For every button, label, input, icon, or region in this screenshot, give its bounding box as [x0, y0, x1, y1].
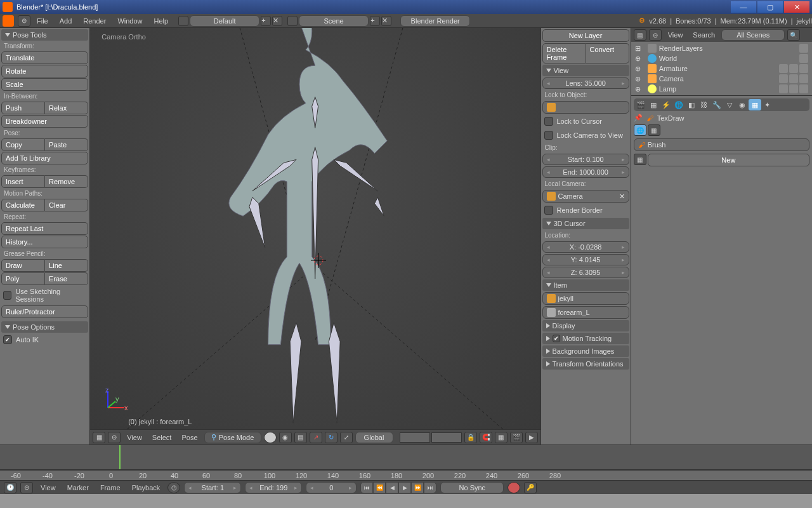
- tl-playback-menu[interactable]: Playback: [128, 483, 164, 493]
- auto-ik-checkbox[interactable]: ✔Auto IK: [1, 333, 88, 346]
- render-icon[interactable]: [799, 84, 808, 93]
- tl-marker-menu[interactable]: Marker: [63, 483, 93, 493]
- poly-button[interactable]: Poly: [1, 272, 45, 285]
- tab-material-icon[interactable]: ◉: [736, 99, 749, 110]
- tl-view-menu[interactable]: View: [37, 483, 60, 493]
- tree-armature[interactable]: ⊕Armature: [632, 64, 811, 74]
- history-button[interactable]: History...: [1, 236, 88, 248]
- tab-object-icon[interactable]: ◧: [685, 99, 698, 110]
- play-reverse-icon[interactable]: ◀: [386, 482, 398, 493]
- lock-icon[interactable]: 🔒: [464, 432, 477, 443]
- erase-button[interactable]: Erase: [45, 272, 88, 285]
- swatch-icon[interactable]: [799, 54, 808, 63]
- vp-menu-select[interactable]: Select: [148, 432, 176, 443]
- clip-end-field[interactable]: ◂End: 1000.000▸: [542, 166, 629, 178]
- render-preview-icon[interactable]: 🎬: [510, 432, 523, 443]
- render-icon[interactable]: [799, 74, 808, 83]
- frame-end-field[interactable]: ◂End: 199▸: [245, 482, 302, 493]
- editor-type-icon[interactable]: ▦: [93, 432, 105, 443]
- display-panel-header[interactable]: Display: [542, 320, 629, 331]
- bg-images-header[interactable]: Background Images: [542, 345, 629, 357]
- viewport-canvas[interactable]: Camera Ortho: [90, 28, 540, 429]
- breakdowner-button[interactable]: Breakdowner: [1, 115, 88, 128]
- window-maximize-button[interactable]: ▢: [757, 1, 783, 13]
- playhead-icon[interactable]: [119, 445, 121, 469]
- timeline-ruler[interactable]: -60-40-200204060801001201401601802002202…: [0, 470, 812, 480]
- eye-icon[interactable]: [779, 74, 788, 83]
- outliner-tree[interactable]: ⊞RenderLayers ⊕World ⊕Armature ⊕Camera ⊕…: [631, 42, 812, 95]
- editor-type-icon[interactable]: ▤: [634, 29, 646, 41]
- render-anim-icon[interactable]: ▶: [525, 432, 538, 443]
- orientation-dropdown[interactable]: Global: [355, 432, 393, 443]
- scale-button[interactable]: Scale: [1, 78, 88, 91]
- menu-help[interactable]: Help: [149, 16, 174, 26]
- outliner-mode-dropdown[interactable]: All Scenes: [721, 29, 785, 41]
- scene-dropdown[interactable]: Scene: [299, 15, 369, 27]
- tab-render-icon[interactable]: 🎬: [634, 99, 647, 110]
- item-panel-header[interactable]: Item: [542, 279, 629, 291]
- manipulator-translate-icon[interactable]: ↗: [310, 432, 322, 443]
- checkbox-icon[interactable]: ✔: [553, 335, 560, 342]
- tab-data-icon[interactable]: ▽: [723, 99, 736, 110]
- new-texture-button[interactable]: New: [648, 154, 809, 166]
- render-border-checkbox[interactable]: Render Border: [542, 204, 629, 217]
- snap-icon[interactable]: 🧲: [480, 432, 492, 443]
- frame-current-field[interactable]: ◂0▸: [306, 482, 357, 493]
- scene-del-icon[interactable]: ✕: [381, 16, 391, 26]
- tab-particles-icon[interactable]: ✦: [761, 99, 774, 110]
- tree-world[interactable]: ⊕World: [632, 53, 811, 64]
- menu-file[interactable]: File: [32, 16, 53, 26]
- eye-icon[interactable]: [779, 64, 788, 73]
- layout-add-icon[interactable]: +: [261, 16, 271, 26]
- mode-dropdown[interactable]: ⚲Pose Mode: [204, 432, 261, 443]
- collapse-icon[interactable]: ⊝: [20, 482, 33, 493]
- paste-button[interactable]: Paste: [45, 138, 88, 151]
- layout-dropdown[interactable]: Default: [190, 15, 259, 27]
- draw-button[interactable]: Draw: [1, 259, 45, 272]
- pose-tools-header[interactable]: Pose Tools: [1, 29, 88, 41]
- tree-lamp[interactable]: ⊕Lamp: [632, 84, 811, 94]
- tab-world-icon[interactable]: 🌐: [672, 99, 685, 110]
- checker-icon[interactable]: ▦: [634, 154, 646, 165]
- tree-camera[interactable]: ⊕Camera: [632, 74, 811, 84]
- outliner-view-menu[interactable]: View: [664, 30, 687, 40]
- clear-button[interactable]: Clear: [45, 199, 88, 211]
- tree-renderlayers[interactable]: ⊞RenderLayers: [632, 43, 811, 53]
- scene-selector-icon[interactable]: [287, 16, 298, 26]
- tab-modifier-icon[interactable]: 🔧: [710, 99, 723, 110]
- layout-selector-icon[interactable]: [178, 16, 188, 26]
- lock-camera-checkbox[interactable]: Lock Camera to View: [542, 129, 629, 142]
- clip-start-field[interactable]: ◂Start: 0.100▸: [542, 154, 629, 165]
- auto-keyframe-icon[interactable]: [508, 482, 520, 493]
- window-close-button[interactable]: ✕: [784, 1, 809, 13]
- motion-tracking-header[interactable]: ✔Motion Tracking: [542, 333, 629, 344]
- lock-object-field[interactable]: [542, 101, 629, 114]
- pin-icon[interactable]: 📌: [634, 114, 643, 122]
- render-engine-dropdown[interactable]: Blender Render: [400, 15, 470, 27]
- window-minimize-button[interactable]: —: [731, 1, 756, 13]
- cursor-icon[interactable]: [789, 74, 798, 83]
- jump-start-icon[interactable]: ⏮: [360, 482, 373, 493]
- translate-button[interactable]: Translate: [1, 51, 88, 64]
- insert-button[interactable]: Insert: [1, 175, 45, 188]
- splash-close-icon[interactable]: ⊝: [18, 15, 30, 27]
- timeline-track[interactable]: [0, 445, 812, 470]
- manipulator-scale-icon[interactable]: ⤢: [340, 432, 353, 443]
- brush-field[interactable]: 🖌Brush: [634, 138, 809, 151]
- pivot-icon[interactable]: ◉: [279, 432, 292, 443]
- menu-render[interactable]: Render: [78, 16, 111, 26]
- search-icon[interactable]: 🔍: [787, 29, 800, 41]
- calculate-button[interactable]: Calculate: [1, 199, 45, 211]
- editor-type-icon[interactable]: 🕐: [4, 482, 16, 493]
- cursor-icon[interactable]: [789, 84, 798, 93]
- prev-key-icon[interactable]: ⏪: [373, 482, 386, 493]
- delete-frame-button[interactable]: Delete Frame: [542, 43, 586, 64]
- cursor-3d-header[interactable]: 3D Cursor: [542, 218, 629, 229]
- collapse-menu-icon[interactable]: ⊝: [108, 432, 121, 443]
- clear-icon[interactable]: ✕: [619, 192, 625, 201]
- snap-type-icon[interactable]: ▦: [495, 432, 508, 443]
- tex-context-world-icon[interactable]: 🌐: [634, 124, 646, 136]
- tex-context-brush-icon[interactable]: ▦: [648, 124, 660, 136]
- tab-constraints-icon[interactable]: ⛓: [698, 99, 710, 110]
- next-key-icon[interactable]: ⏩: [411, 482, 424, 493]
